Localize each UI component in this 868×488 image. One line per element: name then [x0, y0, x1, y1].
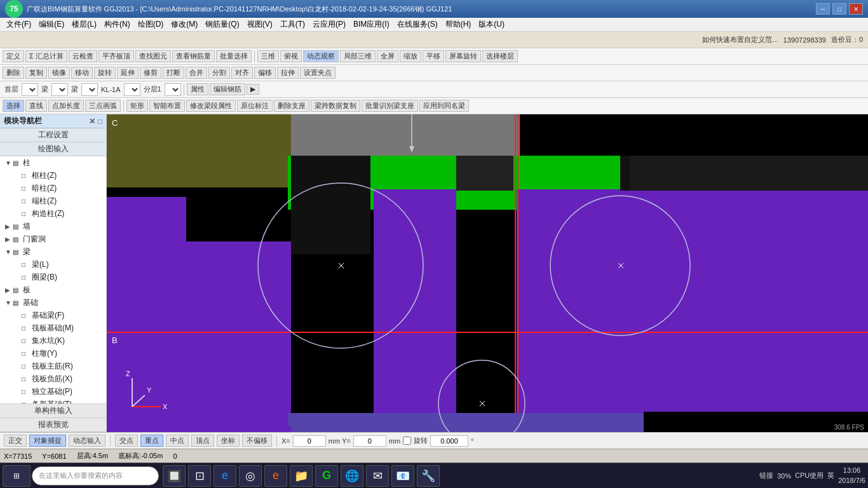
toolbar-button[interactable]: 批量选择 [216, 50, 252, 62]
menu-item[interactable]: 绘图(D) [134, 18, 168, 31]
tree-item[interactable]: □基础梁(F) [0, 309, 106, 322]
tree-item[interactable]: □条形基础(T) [0, 398, 106, 403]
toolbar-select[interactable] [81, 83, 98, 96]
toolbar-edit-button[interactable]: 打断 [163, 67, 184, 79]
toolbar-select[interactable] [51, 83, 68, 96]
draw-tool-button[interactable]: 三点画弧 [85, 100, 121, 112]
toolbar-edit-button[interactable]: 偏移 [254, 67, 276, 79]
toolbar-button[interactable]: 平齐板顶 [98, 50, 134, 62]
taskbar-app-10[interactable]: 🔧 [417, 465, 440, 487]
toolbar-edit-button[interactable]: 设置夹点 [300, 67, 336, 79]
menu-item[interactable]: 云应用(P) [309, 18, 349, 31]
tree-item[interactable]: □柱墩(Y) [0, 347, 106, 360]
toolbar-button[interactable]: ▶ [247, 84, 259, 95]
search-bar[interactable]: 在这里输入你要搜索的内容 [32, 466, 159, 485]
dynamic-input-button[interactable]: 动态输入 [69, 435, 105, 447]
menu-item[interactable]: 版本(U) [475, 18, 508, 31]
report-preview[interactable]: 报表预览 [0, 418, 106, 432]
draw-shape-button[interactable]: 删除支座 [274, 100, 309, 112]
toolbar-button[interactable]: 选择楼层 [482, 50, 518, 62]
y-coord-input[interactable] [353, 435, 386, 447]
toolbar-edit-button[interactable]: 修剪 [140, 67, 161, 79]
menu-item[interactable]: 钢筋量(Q) [201, 18, 243, 31]
toolbar-button[interactable]: 查看钢筋量 [172, 50, 215, 62]
taskbar-app-6[interactable]: G [315, 465, 338, 487]
tree-item[interactable]: □独立基础(P) [0, 385, 106, 398]
menu-item[interactable]: 在线服务(S) [393, 18, 442, 31]
sidebar-nav-settings[interactable]: 工程设置 [0, 128, 106, 142]
single-element-input[interactable]: 单构件输入 [0, 404, 106, 418]
taskbar-app-7[interactable]: 🌐 [341, 465, 363, 487]
toolbar-edit-button[interactable]: 复制 [25, 67, 47, 79]
toolbar-button[interactable]: 属性 [187, 83, 208, 95]
maximize-button[interactable]: □ [832, 3, 846, 15]
tree-item[interactable]: □框柱(Z) [0, 169, 106, 182]
taskbar-app-2[interactable]: ⊡ [188, 465, 211, 487]
menu-item[interactable]: 工具(T) [276, 18, 309, 31]
tree-item[interactable]: ▼▤梁 [0, 245, 106, 258]
taskbar-app-5[interactable]: 📁 [290, 465, 313, 487]
taskbar-app-8[interactable]: ✉ [366, 465, 389, 487]
menu-item[interactable]: 修改(M) [167, 18, 201, 31]
menu-item[interactable]: BIM应用(I) [349, 18, 393, 31]
vertex-snap[interactable]: 顶点 [191, 435, 214, 447]
tree-item[interactable]: □筏板主筋(R) [0, 360, 106, 372]
object-snap-button[interactable]: 对象捕捉 [29, 435, 66, 447]
toolbar-select[interactable] [165, 83, 181, 96]
draw-tool-button[interactable]: 选择 [3, 100, 24, 112]
tree-item[interactable]: ▶▤门窗洞 [0, 233, 106, 245]
start-button[interactable]: ⊞ [3, 465, 31, 487]
taskbar-app-1[interactable]: 🔲 [163, 465, 186, 487]
toolbar-button[interactable]: 平移 [423, 50, 444, 62]
tree-item[interactable]: □筏板负筋(X) [0, 372, 106, 385]
toolbar-edit-button[interactable]: 拉伸 [277, 67, 299, 79]
menu-item[interactable]: 视图(V) [243, 18, 276, 31]
toolbar-edit-button[interactable]: 删除 [3, 67, 24, 79]
menu-item[interactable]: 帮助(H) [442, 18, 475, 31]
draw-shape-button[interactable]: 矩形 [126, 100, 148, 112]
toolbar-button[interactable]: 编辑钢筋 [210, 83, 245, 95]
toolbar-edit-button[interactable]: 旋转 [94, 67, 116, 79]
tree-item[interactable]: □构造柱(Z) [0, 207, 106, 220]
draw-shape-button[interactable]: 梁跨数据复制 [311, 100, 360, 112]
menu-item[interactable]: 楼层(L) [68, 18, 100, 31]
rotate-input[interactable] [430, 435, 468, 447]
tree-item[interactable]: □圈梁(B) [0, 271, 106, 283]
tree-item[interactable]: ▶▤板 [0, 283, 106, 296]
toolbar-button[interactable]: 定义 [3, 50, 24, 62]
close-button[interactable]: ✕ [849, 3, 863, 15]
intersection-snap[interactable]: 交点 [115, 435, 138, 447]
midpoint-snap[interactable]: 重点 [140, 435, 163, 447]
toolbar-select[interactable] [124, 83, 140, 96]
toolbar-button[interactable]: 缩放 [400, 50, 421, 62]
toolbar-button[interactable]: Σ 汇总计算 [25, 50, 67, 62]
no-offset-snap[interactable]: 不偏移 [242, 435, 272, 447]
toolbar-button[interactable]: 动态观察 [303, 50, 339, 62]
toolbar-select[interactable] [22, 83, 38, 96]
toolbar-button[interactable]: 云检查 [69, 50, 97, 62]
toolbar-button[interactable]: 全屏 [377, 50, 398, 62]
toolbar-edit-button[interactable]: 合并 [186, 67, 207, 79]
toolbar-button[interactable]: 俯视 [280, 50, 302, 62]
tree-item[interactable]: □梁(L) [0, 258, 106, 271]
tree-item[interactable]: ▼▤柱 [0, 156, 106, 169]
sidebar-close-icon[interactable]: ✕ □ [89, 117, 102, 126]
draw-shape-button[interactable]: 批量识别梁支座 [362, 100, 418, 112]
tree-item[interactable]: □筏板基础(M) [0, 322, 106, 334]
menu-item[interactable]: 构件(N) [100, 18, 134, 31]
menu-item[interactable]: 编辑(E) [35, 18, 68, 31]
tree-item[interactable]: □端柱(Z) [0, 194, 106, 207]
taskbar-app-ie[interactable]: e [214, 465, 236, 487]
toolbar-edit-button[interactable]: 分割 [208, 67, 230, 79]
tree-item[interactable]: ▶▤墙 [0, 220, 106, 233]
draw-tool-button[interactable]: 点加长度 [48, 100, 84, 112]
draw-shape-button[interactable]: 原位标注 [237, 100, 273, 112]
menu-item[interactable]: 文件(F) [3, 18, 35, 31]
toolbar-button[interactable]: 局部三维 [340, 50, 376, 62]
taskbar-app-9[interactable]: 📧 [391, 465, 414, 487]
toolbar-edit-button[interactable]: 对齐 [231, 67, 253, 79]
toolbar-edit-button[interactable]: 延伸 [117, 67, 139, 79]
tree-item[interactable]: □集水坑(K) [0, 334, 106, 347]
ortho-button[interactable]: 正交 [4, 435, 27, 447]
taskbar-app-3[interactable]: ◎ [239, 465, 262, 487]
